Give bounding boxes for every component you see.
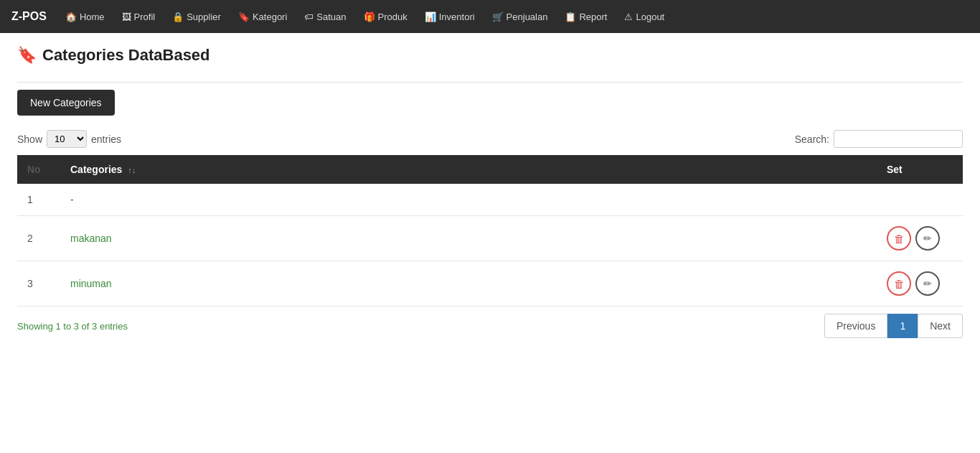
- table-footer: Showing 1 to 3 of 3 entries Previous 1 N…: [17, 314, 963, 338]
- nav-profil[interactable]: 🖼 Profil: [115, 7, 163, 27]
- categories-table: No Categories ↑↓ Set 1 -: [17, 155, 963, 307]
- inventori-icon: 📊: [425, 11, 436, 22]
- profil-icon: 🖼: [122, 11, 131, 22]
- kategori-icon: 🔖: [238, 11, 250, 22]
- col-set: Set: [877, 155, 963, 184]
- nav-inventori[interactable]: 📊 Inventori: [418, 7, 482, 27]
- search-box: Search:: [795, 130, 963, 148]
- nav-kategori[interactable]: 🔖 Kategori: [231, 7, 294, 27]
- divider-top: [17, 82, 963, 83]
- entries-label: entries: [91, 134, 121, 145]
- sort-icon: ↑↓: [128, 166, 136, 174]
- pencil-icon: ✏: [923, 278, 932, 289]
- table-row: 2 makanan 🗑 ✏: [17, 216, 963, 261]
- cell-cat-1: -: [60, 184, 877, 216]
- cell-no-1: 1: [17, 184, 60, 216]
- cell-set-3: 🗑 ✏: [877, 261, 963, 307]
- brand-logo: Z-POS: [11, 10, 47, 23]
- cell-no-3: 3: [17, 261, 60, 307]
- satuan-icon: 🏷: [304, 11, 314, 22]
- page-title: 🔖 Categories DataBased: [17, 46, 963, 65]
- page-title-icon: 🔖: [17, 46, 37, 65]
- cell-cat-2: makanan: [60, 216, 877, 261]
- trash-icon: 🗑: [894, 233, 905, 245]
- report-icon: 📋: [565, 11, 576, 22]
- main-content: 🔖 Categories DataBased New Categories Sh…: [0, 33, 980, 351]
- pagination: Previous 1 Next: [824, 314, 963, 338]
- nav-home[interactable]: 🏠 Home: [58, 7, 112, 27]
- nav-produk[interactable]: 🎁 Produk: [357, 7, 415, 27]
- home-icon: 🏠: [65, 11, 77, 22]
- nav-supplier[interactable]: 🔒 Supplier: [165, 7, 228, 27]
- pencil-icon: ✏: [923, 233, 932, 244]
- page-1-button[interactable]: 1: [887, 314, 918, 338]
- next-button[interactable]: Next: [918, 314, 963, 338]
- col-no: No: [17, 155, 60, 184]
- table-header: No Categories ↑↓ Set: [17, 155, 963, 184]
- action-buttons-2: 🗑 ✏: [887, 226, 953, 251]
- cell-set-2: 🗑 ✏: [877, 216, 963, 261]
- produk-icon: 🎁: [364, 11, 375, 22]
- edit-button-3[interactable]: ✏: [915, 271, 940, 296]
- delete-button-3[interactable]: 🗑: [887, 271, 911, 296]
- showing-text: Showing 1 to 3 of 3 entries: [17, 321, 128, 332]
- new-categories-button[interactable]: New Categories: [17, 90, 115, 116]
- search-label: Search:: [795, 134, 829, 145]
- show-entries-control: Show 10 25 50 100 entries: [17, 130, 121, 148]
- previous-button[interactable]: Previous: [824, 314, 887, 338]
- supplier-icon: 🔒: [172, 11, 184, 22]
- table-controls: Show 10 25 50 100 entries Search:: [17, 130, 963, 148]
- cell-no-2: 2: [17, 216, 60, 261]
- cell-set-1: [877, 184, 963, 216]
- show-label: Show: [17, 134, 42, 145]
- nav-penjualan[interactable]: 🛒 Penjualan: [485, 7, 555, 27]
- cell-cat-3: minuman: [60, 261, 877, 307]
- col-categories[interactable]: Categories ↑↓: [60, 155, 877, 184]
- nav-report[interactable]: 📋 Report: [557, 7, 614, 27]
- action-buttons-3: 🗑 ✏: [887, 271, 953, 296]
- delete-button-2[interactable]: 🗑: [887, 226, 911, 251]
- nav-satuan[interactable]: 🏷 Satuan: [297, 7, 353, 27]
- logout-icon: ⚠: [624, 11, 633, 22]
- table-row: 1 -: [17, 184, 963, 216]
- entries-select[interactable]: 10 25 50 100: [47, 130, 87, 148]
- table-row: 3 minuman 🗑 ✏: [17, 261, 963, 307]
- table-body: 1 - 2 makanan 🗑: [17, 184, 963, 307]
- trash-icon: 🗑: [894, 278, 905, 290]
- navbar: Z-POS 🏠 Home 🖼 Profil 🔒 Supplier 🔖 Kateg…: [0, 0, 980, 33]
- nav-logout[interactable]: ⚠ Logout: [617, 7, 672, 27]
- penjualan-icon: 🛒: [492, 11, 504, 22]
- edit-button-2[interactable]: ✏: [915, 226, 940, 251]
- search-input[interactable]: [834, 130, 963, 148]
